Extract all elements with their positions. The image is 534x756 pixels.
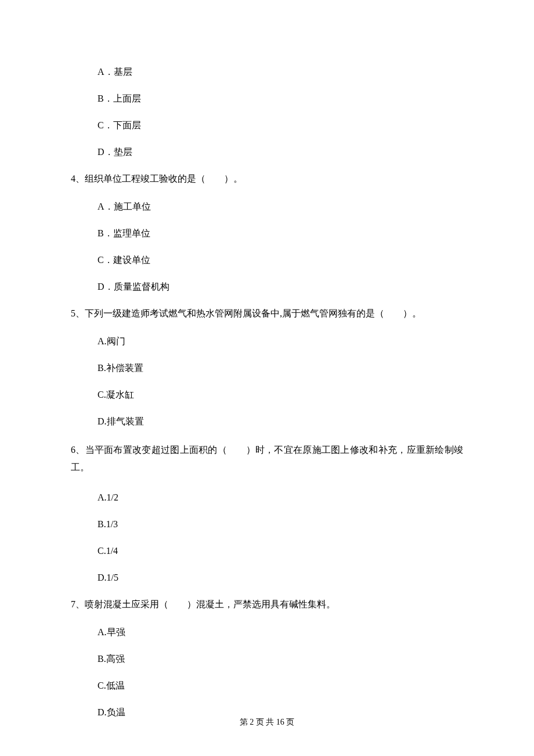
question-6-stem: 6、当平面布置改变超过图上面积的（ ）时，不宜在原施工图上修改和补充，应重新绘制…	[71, 441, 463, 477]
option-4d: D．质量监督机构	[98, 280, 463, 294]
question-6: 6、当平面布置改变超过图上面积的（ ）时，不宜在原施工图上修改和补充，应重新绘制…	[71, 441, 463, 585]
option-7c: C.低温	[98, 679, 463, 693]
option-4b: B．监理单位	[98, 226, 463, 240]
option-5c: C.凝水缸	[98, 388, 463, 402]
option-6d: D.1/5	[98, 571, 463, 585]
option-5d: D.排气装置	[98, 415, 463, 429]
document-page: A．基层 B．上面层 C．下面层 D．垫层 4、组织单位工程竣工验收的是（ ）。…	[0, 0, 534, 756]
question-3-continued: A．基层 B．上面层 C．下面层 D．垫层	[71, 65, 463, 159]
option-7b: B.高强	[98, 652, 463, 666]
option-7a: A.早强	[98, 625, 463, 639]
question-4: 4、组织单位工程竣工验收的是（ ）。 A．施工单位 B．监理单位 C．建设单位 …	[71, 172, 463, 294]
option-6b: B.1/3	[98, 517, 463, 531]
question-5-stem: 5、下列一级建造师考试燃气和热水管网附属设备中,属于燃气管网独有的是（ ）。	[71, 307, 463, 321]
option-3b: B．上面层	[98, 92, 463, 106]
option-3a: A．基层	[98, 65, 463, 79]
option-4c: C．建设单位	[98, 253, 463, 267]
option-5b: B.补偿装置	[98, 361, 463, 375]
option-3c: C．下面层	[98, 118, 463, 132]
question-7-stem: 7、喷射混凝土应采用（ ）混凝土，严禁选用具有碱性集料。	[71, 597, 463, 611]
question-7: 7、喷射混凝土应采用（ ）混凝土，严禁选用具有碱性集料。 A.早强 B.高强 C…	[71, 597, 463, 719]
page-footer: 第 2 页 共 16 页	[0, 716, 534, 728]
option-6c: C.1/4	[98, 544, 463, 558]
question-5: 5、下列一级建造师考试燃气和热水管网附属设备中,属于燃气管网独有的是（ ）。 A…	[71, 307, 463, 429]
option-3d: D．垫层	[98, 145, 463, 159]
option-4a: A．施工单位	[98, 200, 463, 214]
option-5a: A.阀门	[98, 334, 463, 348]
option-6a: A.1/2	[98, 491, 463, 505]
question-4-stem: 4、组织单位工程竣工验收的是（ ）。	[71, 172, 463, 186]
